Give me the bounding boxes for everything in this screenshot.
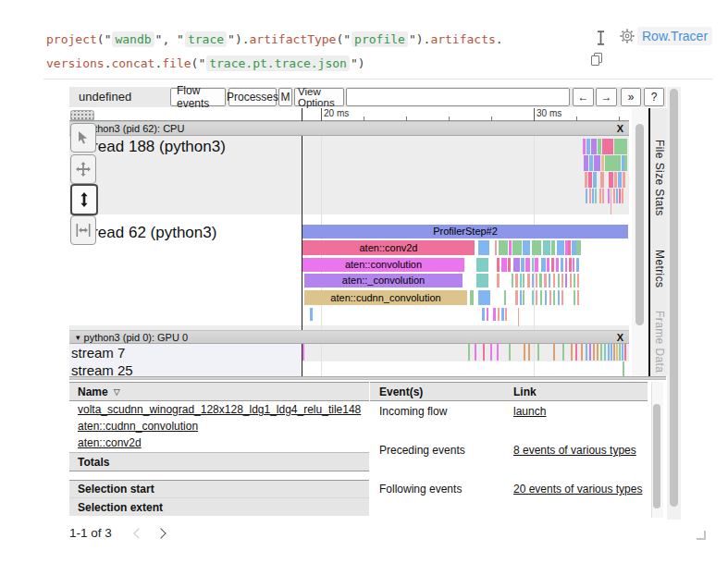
trace-fragment[interactable]: [532, 240, 541, 255]
name-column-header[interactable]: Name ▽: [69, 382, 369, 401]
trace-fragment[interactable]: [553, 290, 555, 305]
trace-fragment[interactable]: [585, 172, 587, 188]
query-expression-line-1[interactable]: project("wandb", "trace").artifactType("…: [46, 30, 503, 50]
gpu-process-header[interactable]: ▾ python3 (pid 0): GPU 0 X: [69, 330, 629, 344]
trace-fragment[interactable]: [616, 189, 618, 203]
trace-fragment[interactable]: [557, 240, 564, 255]
gpu-kernel-tick[interactable]: [589, 344, 591, 361]
trace-fragment[interactable]: [505, 308, 507, 321]
trace-fragment[interactable]: [592, 189, 594, 203]
trace-fragment[interactable]: [504, 290, 506, 305]
trace-fragment[interactable]: [591, 139, 597, 154]
trace-fragment[interactable]: [565, 274, 567, 288]
trace-fragment[interactable]: [599, 189, 601, 203]
m-button[interactable]: M: [278, 88, 292, 106]
trace-fragment[interactable]: [497, 258, 500, 272]
trace-fragment[interactable]: [586, 139, 590, 154]
trace-fragment[interactable]: [536, 274, 537, 288]
trace-fragment[interactable]: [497, 274, 500, 288]
trace-fragment[interactable]: [501, 308, 504, 321]
view-options-button[interactable]: View Options: [294, 88, 344, 106]
trace-fragment[interactable]: [527, 274, 530, 288]
trace-fragment[interactable]: [614, 172, 617, 188]
gpu-kernel-tick[interactable]: [613, 344, 615, 361]
gpu-kernel-tick[interactable]: [623, 361, 624, 376]
trace-fragment[interactable]: [551, 258, 554, 272]
gpu-kernel-tick[interactable]: [553, 344, 555, 361]
trace-fragment[interactable]: [605, 155, 621, 171]
trace-fragment[interactable]: [570, 274, 572, 288]
trace-fragment[interactable]: [536, 290, 537, 305]
query-expression-line-2[interactable]: versions.concat.file("trace.pt.trace.jso…: [46, 54, 365, 74]
gpu-kernel-tick[interactable]: [586, 344, 587, 361]
nav-more-button[interactable]: »: [621, 88, 641, 106]
trace-fragment[interactable]: [576, 240, 581, 255]
gpu-kernel-tick[interactable]: [611, 344, 612, 361]
trace-fragment[interactable]: [553, 274, 555, 288]
trace-fragment[interactable]: [498, 308, 500, 321]
trace-fragment[interactable]: [512, 274, 513, 288]
trace-fragment[interactable]: [515, 290, 518, 305]
trace-fragment[interactable]: [470, 290, 474, 305]
trace-fragment[interactable]: [535, 258, 538, 272]
trace-fragment[interactable]: [576, 258, 579, 272]
trace-fragment[interactable]: [595, 189, 597, 203]
gpu-kernel-tick[interactable]: [619, 344, 621, 361]
trace-fragment[interactable]: [549, 274, 550, 288]
gpu-kernel-tick[interactable]: [593, 344, 595, 361]
trace-fragment[interactable]: [509, 240, 512, 255]
nav-forward-button[interactable]: →: [596, 88, 617, 106]
trace-fragment[interactable]: [515, 274, 518, 288]
thread62-label[interactable]: thread 62 (python3): [80, 224, 216, 242]
gpu-kernel-tick[interactable]: [490, 344, 492, 361]
trace-fragment[interactable]: [525, 258, 530, 272]
trace-fragment[interactable]: [583, 139, 586, 154]
trace-fragment[interactable]: [487, 308, 488, 321]
gpu-kernel-tick[interactable]: [624, 344, 626, 361]
trace-fragment[interactable]: [588, 172, 592, 188]
trace-fragment[interactable]: [541, 258, 546, 272]
stream7-label[interactable]: stream 7: [71, 345, 125, 361]
trace-fragment[interactable]: [609, 172, 613, 188]
trace-fragment[interactable]: [545, 290, 547, 305]
gpu-kernel-tick[interactable]: [524, 344, 525, 361]
trace-title-tab[interactable]: undefined: [79, 90, 131, 104]
gpu-kernel-tick[interactable]: [608, 344, 610, 361]
op-name-link[interactable]: aten::conv2d: [78, 436, 142, 449]
trace-fragment[interactable]: [523, 290, 524, 305]
gpu-kernel-tick[interactable]: [571, 344, 573, 361]
trace-fragment[interactable]: [611, 189, 611, 214]
trace-fragment[interactable]: [602, 189, 604, 203]
trace-fragment[interactable]: [586, 189, 587, 203]
cpu-process-header[interactable]: ▾ python3 (pid 62): CPU X: [69, 121, 629, 136]
trace-fragment[interactable]: [558, 274, 560, 288]
trace-fragment[interactable]: [589, 189, 591, 203]
trace-fragment[interactable]: [574, 274, 575, 288]
trace-fragment[interactable]: [551, 240, 555, 255]
zoom-tool-button[interactable]: [70, 184, 98, 215]
trace-fragment[interactable]: [568, 240, 571, 255]
page-prev-icon[interactable]: [133, 528, 143, 538]
flow-events-button[interactable]: Flow events: [170, 88, 226, 106]
gpu-kernel-tick[interactable]: [475, 344, 476, 361]
trace-fragment[interactable]: [478, 290, 490, 305]
gpu-kernel-tick[interactable]: [537, 344, 539, 361]
trace-fragment[interactable]: [598, 139, 601, 154]
gpu-kernel-tick[interactable]: [604, 344, 606, 361]
pan-tool-button[interactable]: [70, 154, 96, 184]
trace-fragment[interactable]: [569, 258, 572, 272]
trace-fragment[interactable]: [499, 240, 508, 255]
trace-span[interactable]: aten::cudnn_convolution: [304, 290, 467, 305]
trace-fragment[interactable]: [624, 155, 627, 171]
nav-back-button[interactable]: ←: [573, 88, 594, 106]
trace-fragment[interactable]: [310, 308, 313, 321]
trace-fragment[interactable]: [513, 258, 520, 272]
trace-fragment[interactable]: [577, 290, 579, 305]
event-link[interactable]: 20 events of various types: [513, 483, 642, 496]
trace-fragment[interactable]: [594, 155, 600, 171]
event-link[interactable]: 8 events of various types: [513, 444, 636, 457]
tab-file-size-stats[interactable]: File Size Stats: [651, 129, 667, 226]
search-input[interactable]: [346, 88, 570, 106]
trace-fragment[interactable]: [584, 155, 588, 171]
trace-fragment[interactable]: [532, 290, 534, 305]
